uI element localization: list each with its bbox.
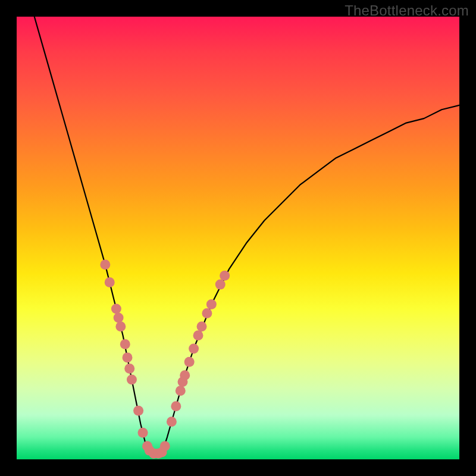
data-point bbox=[171, 401, 181, 411]
chart-overlay-svg bbox=[17, 17, 459, 459]
data-point bbox=[176, 386, 186, 396]
data-point bbox=[196, 321, 206, 331]
data-point bbox=[105, 277, 115, 287]
data-point bbox=[127, 375, 137, 385]
data-point bbox=[138, 428, 148, 438]
data-point bbox=[124, 364, 134, 374]
plot-area bbox=[17, 17, 459, 459]
data-point bbox=[115, 321, 126, 331]
highlighted-points-group bbox=[100, 259, 230, 459]
chart-frame: TheBottleneck.com bbox=[0, 0, 476, 476]
data-point bbox=[180, 370, 190, 380]
data-point bbox=[114, 312, 124, 322]
data-point bbox=[123, 352, 133, 362]
data-point bbox=[133, 406, 143, 416]
bottleneck-curve-line bbox=[35, 17, 459, 455]
data-point bbox=[100, 259, 110, 270]
data-point bbox=[167, 416, 177, 427]
data-point bbox=[189, 344, 199, 354]
data-point bbox=[215, 280, 226, 290]
data-point bbox=[120, 339, 130, 349]
data-point bbox=[184, 357, 195, 367]
data-point bbox=[220, 271, 230, 281]
data-point bbox=[111, 304, 121, 314]
data-point bbox=[160, 441, 170, 451]
data-point bbox=[193, 330, 203, 340]
data-point bbox=[206, 299, 217, 309]
data-point bbox=[202, 308, 212, 318]
